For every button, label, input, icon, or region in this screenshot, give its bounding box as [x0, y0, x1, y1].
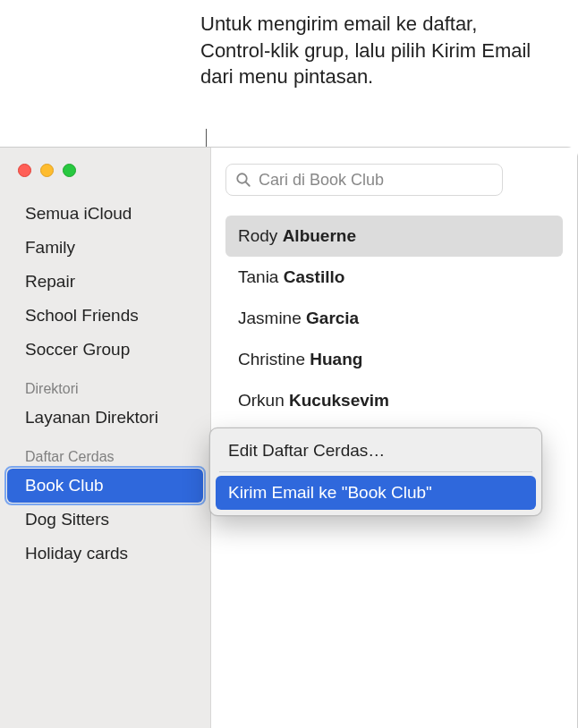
contact-first: Orkun: [238, 391, 285, 410]
sidebar-item-repair[interactable]: Repair: [0, 265, 210, 299]
contact-row[interactable]: Rody Albuerne: [225, 216, 563, 257]
minimize-icon[interactable]: [40, 164, 54, 177]
callout-text: Untuk mengirim email ke daftar, Control-…: [200, 11, 549, 90]
sidebar: Semua iCloud Family Repair School Friend…: [0, 148, 211, 728]
sidebar-item-label: Book Club: [25, 476, 104, 495]
sidebar-item-dog-sitters[interactable]: Dog Sitters: [0, 503, 210, 537]
sidebar-header-smart-lists: Daftar Cerdas: [0, 435, 210, 469]
contact-first: Tania: [238, 267, 278, 286]
search-icon: [235, 172, 251, 188]
contact-last: Albuerne: [283, 226, 356, 245]
contact-first: Christine: [238, 350, 305, 368]
maximize-icon[interactable]: [63, 164, 76, 177]
contact-last: Castillo: [284, 267, 345, 286]
search-input[interactable]: Cari di Book Club: [225, 164, 503, 196]
contact-row[interactable]: Jasmine Garcia: [225, 298, 563, 339]
sidebar-header-directories: Direktori: [0, 367, 210, 401]
menu-separator: [219, 471, 532, 472]
contact-last: Garcia: [306, 309, 359, 327]
svg-line-1: [245, 182, 249, 185]
close-icon[interactable]: [18, 164, 31, 177]
contact-last: Huang: [310, 350, 362, 368]
sidebar-item-family[interactable]: Family: [0, 231, 210, 265]
sidebar-item-holiday-cards[interactable]: Holiday cards: [0, 537, 210, 571]
sidebar-item-school-friends[interactable]: School Friends: [0, 299, 210, 333]
context-menu: Edit Daftar Cerdas… Kirim Email ke "Book…: [209, 427, 542, 516]
sidebar-item-book-club[interactable]: Book Club: [7, 469, 203, 503]
contact-first: Rody: [238, 226, 277, 245]
search-placeholder: Cari di Book Club: [259, 171, 384, 190]
sidebar-item-all-icloud[interactable]: Semua iCloud: [0, 197, 210, 231]
contact-row[interactable]: Tania Castillo: [225, 257, 563, 298]
sidebar-item-soccer-group[interactable]: Soccer Group: [0, 333, 210, 367]
contact-row[interactable]: Orkun Kucuksevim: [225, 380, 563, 421]
contact-row[interactable]: Christine Huang: [225, 339, 563, 380]
contact-first: Jasmine: [238, 309, 302, 327]
window-controls: [0, 158, 210, 197]
menu-item-edit-smart-list[interactable]: Edit Daftar Cerdas…: [216, 434, 536, 468]
sidebar-item-directory-services[interactable]: Layanan Direktori: [0, 401, 210, 435]
menu-item-send-email[interactable]: Kirim Email ke "Book Club": [216, 476, 536, 510]
contact-last: Kucuksevim: [289, 391, 389, 410]
